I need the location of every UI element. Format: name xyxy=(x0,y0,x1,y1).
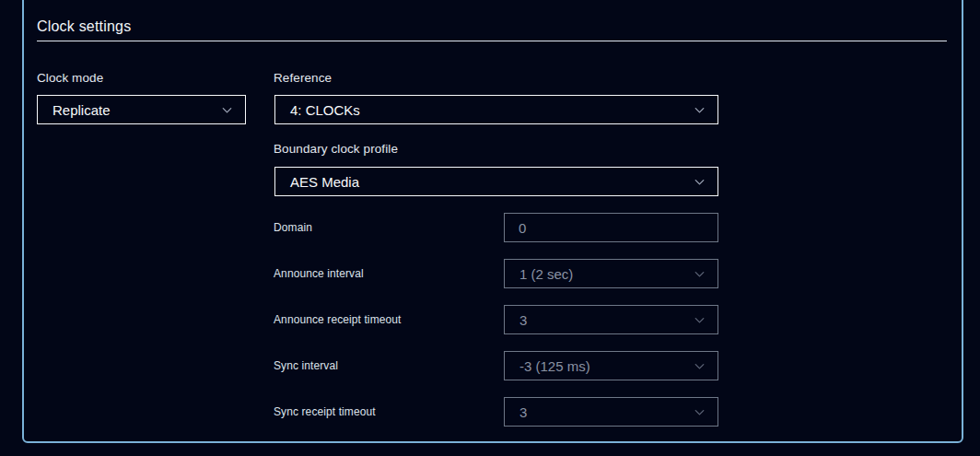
boundary-clock-profile-select[interactable]: AES Media xyxy=(274,167,718,196)
chevron-down-icon xyxy=(693,405,706,419)
announce-receipt-timeout-label: Announce receipt timeout xyxy=(274,313,401,326)
page-title: Clock settings xyxy=(37,18,131,35)
clock-mode-label: Clock mode xyxy=(37,71,103,85)
clock-settings-panel-border xyxy=(22,0,963,443)
reference-label: Reference xyxy=(274,71,332,85)
chevron-down-icon xyxy=(693,103,706,117)
sync-interval-label: Sync interval xyxy=(274,359,338,372)
domain-label: Domain xyxy=(274,221,312,234)
domain-input xyxy=(504,213,718,242)
boundary-clock-profile-label: Boundary clock profile xyxy=(274,142,398,156)
clock-mode-value: Replicate xyxy=(52,102,111,118)
chevron-down-icon xyxy=(693,267,706,281)
clock-mode-select[interactable]: Replicate xyxy=(37,95,246,124)
sync-receipt-timeout-label: Sync receipt timeout xyxy=(274,405,376,418)
announce-interval-select: 1 (2 sec) xyxy=(504,259,718,288)
boundary-clock-profile-value: AES Media xyxy=(290,174,359,190)
reference-select[interactable]: 4: CLOCKs xyxy=(274,95,718,124)
reference-value: 4: CLOCKs xyxy=(290,102,360,118)
sync-receipt-timeout-select: 3 xyxy=(504,397,718,427)
announce-receipt-timeout-value: 3 xyxy=(519,312,527,328)
chevron-down-icon xyxy=(693,175,706,189)
chevron-down-icon xyxy=(220,103,234,117)
announce-interval-label: Announce interval xyxy=(274,267,364,280)
sync-interval-value: -3 (125 ms) xyxy=(519,358,590,374)
announce-interval-value: 1 (2 sec) xyxy=(519,266,573,282)
sync-interval-select: -3 (125 ms) xyxy=(504,351,718,380)
sync-receipt-timeout-value: 3 xyxy=(519,404,527,420)
chevron-down-icon xyxy=(693,313,706,327)
chevron-down-icon xyxy=(693,359,706,373)
title-divider xyxy=(37,41,947,41)
announce-receipt-timeout-select: 3 xyxy=(504,305,718,334)
